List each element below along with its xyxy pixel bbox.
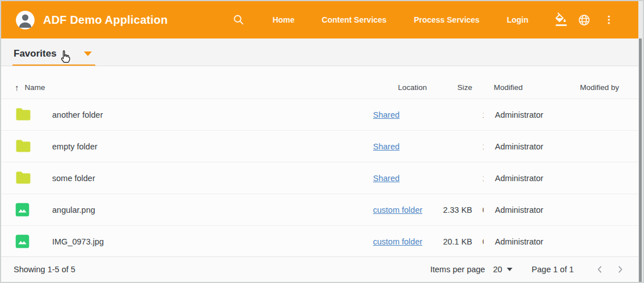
user-silhouette-icon: [16, 11, 35, 29]
favorites-label: Favorites: [14, 48, 57, 59]
modified-date: 16/08/2017 13:08: [472, 174, 484, 183]
modified-date: 16/08/2017 13:09: [472, 142, 484, 151]
table-row[interactable]: some folder Shared 16/08/2017 13:08 Admi…: [1, 162, 643, 194]
nav-item-home[interactable]: Home: [259, 10, 308, 30]
table-row[interactable]: empty folder Shared 16/08/2017 13:09 Adm…: [1, 131, 643, 162]
file-name[interactable]: another folder: [52, 110, 373, 119]
items-per-page-value: 20: [493, 265, 502, 274]
file-size: 2.33 KB: [433, 205, 472, 215]
file-size: 20.1 KB: [433, 237, 472, 246]
chevron-right-icon: [615, 264, 625, 275]
location-link[interactable]: Shared: [373, 110, 400, 119]
page-indicator: Page 1 of 1: [532, 265, 574, 274]
file-name[interactable]: empty folder: [52, 142, 373, 151]
table-header-row: ↑ Name Location Size Modified Modified b…: [1, 76, 643, 99]
app-title: ADF Demo Application: [43, 14, 168, 27]
language-button[interactable]: [573, 8, 595, 31]
modified-by: Administrator: [484, 142, 569, 151]
folder-icon: [15, 108, 32, 122]
location-link[interactable]: custom folder: [373, 205, 422, 215]
avatar[interactable]: [16, 11, 35, 29]
chevron-left-icon: [595, 264, 605, 275]
app-header: ADF Demo Application Home Content Servic…: [1, 1, 643, 38]
scrollbar-thumb[interactable]: [639, 38, 642, 282]
dropdown-caret-icon: [84, 52, 92, 56]
modified-by: Administrator: [484, 110, 569, 119]
nav-item-process-services[interactable]: Process Services: [400, 10, 493, 30]
file-name[interactable]: angular.png: [52, 205, 373, 215]
previous-page-button[interactable]: [590, 259, 610, 280]
column-header-name[interactable]: ↑ Name: [15, 83, 373, 92]
more-menu-button[interactable]: [598, 8, 620, 31]
table-body: another folder Shared 16/08/2017 13:09 A…: [1, 99, 643, 258]
select-caret-icon: [507, 268, 512, 271]
location-link[interactable]: Shared: [373, 174, 400, 183]
modified-by: Administrator: [484, 205, 569, 215]
image-icon: [15, 234, 30, 249]
header-nav: Home Content Services Process Services L…: [259, 10, 542, 30]
items-per-page-label: Items per page: [430, 265, 485, 274]
app-window: ADF Demo Application Home Content Servic…: [0, 0, 644, 283]
color-fill-icon: [554, 12, 567, 26]
table-row[interactable]: another folder Shared 16/08/2017 13:09 A…: [1, 99, 643, 131]
column-header-size[interactable]: Size: [433, 83, 472, 92]
pagination-footer: Showing 1-5 of 5 Items per page 20 Page …: [1, 256, 638, 282]
location-link[interactable]: Shared: [373, 142, 400, 151]
column-label: Name: [25, 83, 45, 92]
modified-by: Administrator: [484, 174, 569, 183]
location-link[interactable]: custom folder: [373, 237, 422, 246]
scrollbar-track[interactable]: [638, 1, 643, 282]
image-icon: [15, 202, 30, 217]
theme-picker-button[interactable]: [550, 8, 573, 31]
table-row[interactable]: IMG_0973.jpg custom folder 20.1 KB 07/08…: [1, 226, 643, 258]
next-page-button[interactable]: [610, 259, 630, 280]
file-name[interactable]: some folder: [52, 174, 373, 183]
table-row[interactable]: angular.png custom folder 2.33 KB 07/08/…: [1, 194, 643, 226]
items-per-page-select[interactable]: 20: [493, 265, 512, 274]
search-icon: [232, 14, 245, 26]
nav-item-content-services[interactable]: Content Services: [308, 10, 400, 30]
showing-count: Showing 1-5 of 5: [14, 265, 75, 274]
view-toolbar: Favorites: [1, 38, 643, 66]
modified-date: 07/08/2017 14:13: [472, 205, 484, 215]
favorites-dropdown[interactable]: Favorites: [12, 48, 95, 66]
sort-ascending-icon: ↑: [15, 83, 19, 92]
folder-icon: [15, 171, 32, 185]
search-button[interactable]: [227, 8, 250, 31]
document-list: ↑ Name Location Size Modified Modified b…: [1, 66, 643, 258]
modified-date: 07/08/2017 14:13: [472, 237, 484, 246]
folder-icon: [15, 139, 32, 153]
column-header-modified[interactable]: Modified: [484, 83, 569, 92]
theme-underline: [556, 24, 567, 26]
globe-icon: [578, 14, 591, 27]
more-vert-icon: [603, 14, 615, 25]
modified-by: Administrator: [484, 237, 569, 246]
file-name[interactable]: IMG_0973.jpg: [52, 237, 373, 246]
column-header-location[interactable]: Location: [373, 83, 433, 92]
modified-date: 16/08/2017 13:09: [472, 110, 484, 119]
column-header-modified-by[interactable]: Modified by: [569, 83, 629, 92]
nav-item-login[interactable]: Login: [493, 10, 542, 30]
